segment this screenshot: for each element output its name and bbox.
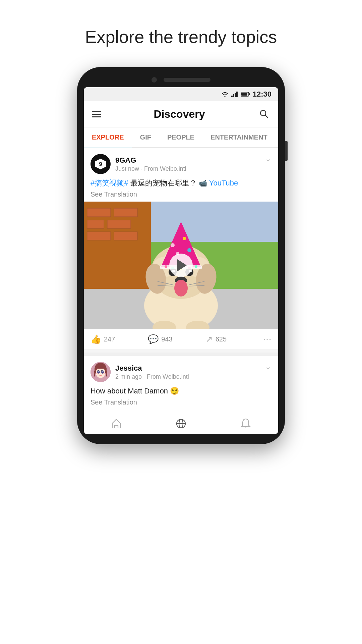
nav-discover[interactable] [148,418,213,429]
svg-point-62 [103,373,105,374]
tab-gif[interactable]: GIF [132,127,159,147]
tabs-bar: EXPLORE GIF PEOPLE ENTERTAINMENT [84,127,278,148]
status-icons: 12:30 [221,90,272,99]
signal-icon [231,92,238,97]
phone-side-button [285,141,288,161]
hamburger-line-3 [92,116,101,117]
svg-point-56 [96,367,105,378]
section-divider [84,353,278,356]
svg-rect-6 [241,93,247,96]
status-bar: 12:30 [84,87,278,101]
avatar-9gag: 9 [90,154,111,174]
hamburger-line-1 [92,111,101,112]
thumbs-up-icon: 👍 [90,334,101,344]
post-1-actions: 👍 247 💬 943 ↗ 625 ⋯ [84,329,278,349]
discover-icon [175,418,187,429]
svg-rect-2 [235,93,236,97]
svg-rect-20 [114,232,137,240]
post-2-chevron-icon[interactable]: ⌄ [265,362,272,371]
phone-top-bar [84,77,278,83]
bottom-nav [84,413,278,434]
post-1-see-translation[interactable]: See Translation [90,191,272,198]
hamburger-line-2 [92,114,101,115]
svg-line-8 [265,115,268,118]
post-1-video[interactable] [84,202,278,329]
hamburger-menu-button[interactable] [92,111,101,117]
svg-text:9: 9 [99,161,102,167]
tab-entertainment[interactable]: ENTERTAINMENT [202,127,276,147]
post-1-author-info: 9GAG Just now · From Weibo.intl [115,156,186,172]
svg-point-61 [96,373,99,374]
page-headline: Explore the trendy topics [85,27,277,47]
post-1-hashtag[interactable]: #搞笑视频# [90,179,128,187]
9gag-logo: 9 [94,157,107,171]
post-card-1: 9 9GAG Just now · From Weibo.intl ⌄ #搞笑视… [84,148,278,349]
svg-rect-1 [233,94,234,97]
search-icon [259,109,269,119]
svg-rect-15 [87,208,111,217]
svg-rect-19 [87,232,111,240]
svg-rect-17 [87,220,104,228]
post-2-author-meta: 2 min ago · From Weibo.intl [115,373,189,380]
bell-icon [240,418,251,429]
post-1-chevron-icon[interactable]: ⌄ [265,154,272,163]
status-time: 12:30 [253,90,272,99]
jessica-avatar-svg [90,362,111,382]
wifi-icon [221,92,229,97]
post-1-text: #搞笑视频# 最逗的宠物在哪里？ 📹 YouTube [90,177,272,189]
post-2-header: Jessica 2 min ago · From Weibo.intl ⌄ [84,356,278,385]
tab-explore[interactable]: EXPLORE [84,127,132,147]
svg-rect-5 [249,93,250,95]
repost-count: 625 [216,335,227,343]
tab-people[interactable]: PEOPLE [159,127,202,147]
repost-button[interactable]: ↗ 625 [205,334,263,344]
feed: 9 9GAG Just now · From Weibo.intl ⌄ #搞笑视… [84,148,278,410]
play-triangle-icon [177,259,187,271]
phone-speaker [164,78,210,82]
post-2-author-name: Jessica [115,364,189,373]
app-header: Discovery [84,101,278,127]
post-1-header: 9 9GAG Just now · From Weibo.intl ⌄ [84,148,278,177]
post-2-text: How about Matt Damon 😏 [90,385,272,396]
svg-rect-3 [236,92,238,97]
share-button[interactable]: ⋯ [263,334,272,344]
repost-icon: ↗ [205,334,213,344]
video-thumbnail [84,202,278,329]
avatar-jessica [90,362,111,382]
post-2-content: How about Matt Damon 😏 See Translation [84,385,278,410]
home-icon [111,418,122,429]
search-button[interactable] [257,107,270,121]
nav-home[interactable] [84,418,148,429]
like-count: 247 [104,335,115,343]
post-1-text-main: 最逗的宠物在哪里？ [130,179,199,187]
post-2-author: Jessica 2 min ago · From Weibo.intl [90,362,189,382]
svg-point-53 [195,265,197,268]
svg-point-48 [187,248,191,252]
phone-camera [152,77,157,83]
video-camera-icon: 📹 [199,179,207,187]
comment-icon: 💬 [148,334,159,344]
app-title: Discovery [154,108,205,120]
post-1-author-meta: Just now · From Weibo.intl [115,165,186,172]
share-icon: ⋯ [263,334,272,344]
post-2-see-translation[interactable]: See Translation [90,398,272,406]
phone-screen: 12:30 Discovery EXPLORE GIF PEOPLE E [84,87,278,434]
comment-count: 943 [161,335,172,343]
play-button[interactable] [169,254,193,277]
comment-button[interactable]: 💬 943 [148,334,205,344]
post-2-main-text: How about Matt Damon 😏 [90,387,179,395]
svg-point-49 [165,265,167,268]
svg-point-46 [183,237,186,240]
post-1-youtube-link[interactable]: YouTube [209,179,238,187]
svg-rect-18 [107,220,131,228]
like-button[interactable]: 👍 247 [90,334,148,344]
battery-icon [241,92,250,97]
post-1-author: 9 9GAG Just now · From Weibo.intl [90,154,186,174]
svg-point-59 [99,371,100,372]
post-1-author-name: 9GAG [115,156,186,165]
post-2-author-info: Jessica 2 min ago · From Weibo.intl [115,364,189,380]
svg-point-45 [171,243,175,247]
svg-rect-16 [114,208,137,217]
nav-notifications[interactable] [214,418,278,429]
post-1-content: #搞笑视频# 最逗的宠物在哪里？ 📹 YouTube See Translati… [84,177,278,202]
